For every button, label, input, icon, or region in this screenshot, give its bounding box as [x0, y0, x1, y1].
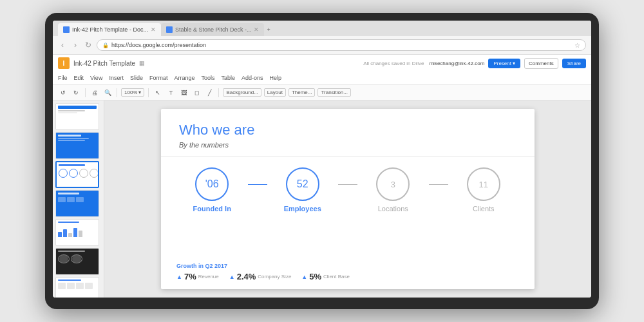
browser-tab-active[interactable]: Ink-42 Pitch Template - Doc... ✕	[58, 23, 161, 36]
toolbar-divider-1	[85, 88, 86, 97]
growth-section: Growth in Q2 2017 ▲ 7% Revenue ▲ 2.4%	[176, 263, 519, 281]
tab-close-1[interactable]: ✕	[151, 26, 156, 33]
growth-item-revenue: ▲ 7% Revenue	[176, 272, 219, 281]
growth-title: Growth in Q2 2017	[176, 263, 519, 269]
bookmark-icon[interactable]: ☆	[574, 42, 580, 49]
browser-tabs: Ink-42 Pitch Template - Doc... ✕ Stable …	[53, 21, 591, 36]
app-logo: I	[58, 57, 70, 69]
growth-arrow-client-base: ▲	[301, 274, 307, 280]
growth-value-client-base: 5%	[309, 272, 321, 281]
text-button[interactable]: T	[166, 88, 176, 98]
stat-label-clients: Clients	[473, 205, 495, 213]
drive-icon: ▦	[139, 60, 145, 66]
toolbar-divider-4	[218, 88, 219, 97]
menu-file[interactable]: File	[58, 75, 68, 81]
slide-editor: Who we are By the numbers '06 Founded In	[104, 100, 591, 298]
transition-dropdown[interactable]: Transition...	[317, 88, 351, 97]
forward-button[interactable]: ›	[71, 41, 80, 50]
app-menu-bar: File Edit View Insert Slide Format Arran…	[53, 71, 591, 84]
app-header: I Ink-42 Pitch Template ▦ All changes sa…	[53, 55, 591, 100]
image-button[interactable]: 🖼	[178, 88, 189, 98]
tab-favicon-2	[166, 26, 173, 33]
slides-panel	[53, 100, 104, 298]
present-button[interactable]: Present ▾	[488, 59, 520, 68]
growth-arrow-company-size: ▲	[229, 274, 235, 280]
slide-bottom-section: '06 Founded In 52 Employees	[161, 157, 535, 289]
growth-value-revenue: 7%	[184, 272, 196, 281]
growth-label-client-base: Client Base	[323, 274, 350, 279]
background-dropdown[interactable]: Background...	[223, 88, 261, 97]
main-content: Who we are By the numbers '06 Founded In	[53, 100, 591, 298]
app-title: Ink-42 Pitch Template	[73, 60, 135, 67]
stat-connector-2	[338, 184, 357, 185]
tab-close-2[interactable]: ✕	[254, 26, 259, 33]
toolbar-divider-2	[117, 88, 117, 97]
menu-table[interactable]: Table	[221, 75, 235, 81]
stat-circle-employees: 52	[286, 167, 319, 201]
slide-thumbnail-7[interactable]	[55, 277, 99, 298]
share-button[interactable]: Share	[562, 59, 586, 68]
browser-chrome: Ink-42 Pitch Template - Doc... ✕ Stable …	[53, 21, 591, 55]
app-title-bar: I Ink-42 Pitch Template ▦ All changes sa…	[53, 55, 591, 71]
stat-locations: 3 Locations	[357, 167, 429, 213]
stat-circle-founded: '06	[195, 167, 229, 201]
stat-founded: '06 Founded In	[176, 167, 248, 213]
print-button[interactable]: 🖨	[90, 88, 100, 98]
slide-top-section: Who we are By the numbers	[161, 109, 535, 157]
reload-button[interactable]: ↻	[84, 41, 93, 50]
slide-title: Who we are	[179, 122, 516, 138]
slide-thumbnail-4[interactable]	[55, 190, 99, 217]
tab-favicon-1	[63, 26, 70, 33]
layout-dropdown[interactable]: Layout	[264, 88, 286, 97]
toolbar-divider-3	[148, 88, 149, 97]
browser-tab-inactive[interactable]: Stable & Stone Pitch Deck -... ✕	[161, 23, 265, 36]
comments-button[interactable]: Comments	[524, 58, 558, 69]
cursor-button[interactable]: ↖	[153, 88, 163, 98]
menu-insert[interactable]: Insert	[109, 75, 124, 81]
stat-connector-1	[248, 184, 267, 185]
back-button[interactable]: ‹	[58, 41, 67, 50]
menu-view[interactable]: View	[90, 75, 102, 81]
line-button[interactable]: ╱	[204, 88, 214, 98]
address-bar[interactable]: 🔒 https://docs.google.com/presentation ☆	[97, 39, 586, 51]
search-button[interactable]: 🔍	[102, 88, 113, 98]
tab-label-1: Ink-42 Pitch Template - Doc...	[72, 26, 148, 33]
stats-row: '06 Founded In 52 Employees	[176, 167, 519, 213]
new-tab-btn[interactable]: +	[267, 26, 270, 33]
growth-label-company-size: Company Size	[258, 274, 291, 279]
slide-thumbnail-5[interactable]	[55, 219, 99, 246]
menu-slide[interactable]: Slide	[130, 75, 143, 81]
growth-arrow-revenue: ▲	[176, 274, 182, 280]
zoom-dropdown[interactable]: 100% ▾	[121, 88, 144, 97]
slide-canvas: Who we are By the numbers '06 Founded In	[161, 109, 535, 289]
slide-thumbnail-2[interactable]	[55, 132, 99, 159]
slide-thumbnail-6[interactable]	[55, 248, 99, 275]
menu-edit[interactable]: Edit	[74, 75, 84, 81]
device-frame: Ink-42 Pitch Template - Doc... ✕ Stable …	[45, 13, 599, 309]
menu-addons[interactable]: Add-ons	[242, 75, 263, 81]
tab-label-2: Stable & Stone Pitch Deck -...	[175, 26, 252, 33]
undo-button[interactable]: ↺	[58, 88, 68, 98]
stat-label-locations: Locations	[378, 205, 408, 213]
stat-circle-locations: 3	[376, 167, 410, 201]
lock-icon: 🔒	[102, 43, 109, 48]
shape-button[interactable]: ◻	[191, 88, 202, 98]
stat-label-employees: Employees	[284, 205, 321, 213]
slide-thumbnail-1[interactable]	[55, 103, 99, 130]
slide-subtitle: By the numbers	[179, 141, 516, 149]
user-email: mikechang@ink-42.com	[429, 61, 484, 66]
menu-arrange[interactable]: Arrange	[174, 75, 194, 81]
growth-value-company-size: 2.4%	[237, 272, 256, 281]
redo-button[interactable]: ↻	[71, 88, 81, 98]
slide-thumbnail-3[interactable]	[55, 161, 99, 188]
autosave-status: All changes saved in Drive	[363, 61, 424, 66]
stat-label-founded: Founded In	[193, 205, 231, 213]
stat-clients: 11 Clients	[448, 167, 520, 213]
theme-dropdown[interactable]: Theme...	[289, 88, 316, 97]
menu-tools[interactable]: Tools	[201, 75, 214, 81]
stat-connector-3	[429, 184, 448, 185]
growth-items: ▲ 7% Revenue ▲ 2.4% Company Size	[176, 272, 519, 281]
address-text: https://docs.google.com/presentation	[111, 42, 206, 48]
menu-format[interactable]: Format	[149, 75, 168, 81]
menu-help[interactable]: Help	[270, 75, 282, 81]
